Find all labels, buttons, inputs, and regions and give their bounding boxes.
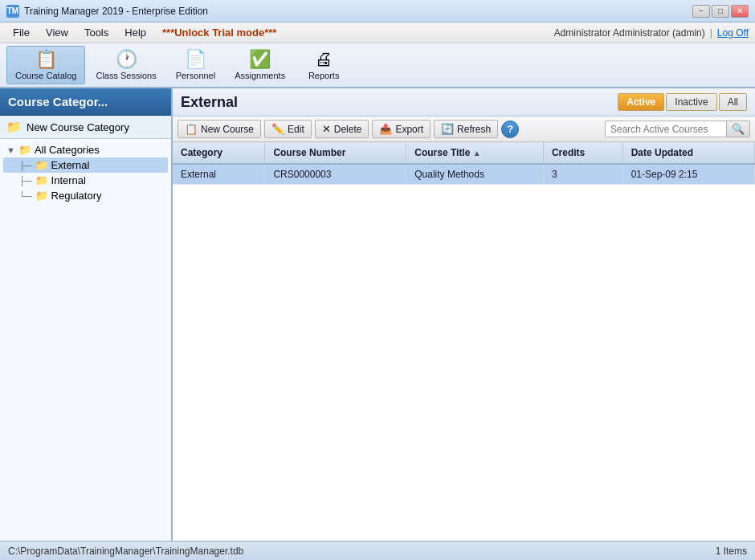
toolbar-reports[interactable]: 🖨 Reports <box>296 46 352 84</box>
tree-item-all-categories[interactable]: ▼ 📁 All Categories <box>3 142 168 157</box>
column-header-category[interactable]: Category <box>173 142 265 164</box>
menu-right: Administrator Administrator (admin) | Lo… <box>554 27 749 39</box>
minimize-button[interactable]: − <box>692 5 710 18</box>
delete-button[interactable]: ✕ Delete <box>315 120 369 138</box>
search-input[interactable] <box>606 122 726 137</box>
column-header-credits[interactable]: Credits <box>543 142 622 164</box>
delete-label: Delete <box>334 124 362 135</box>
cell-date-updated: 01-Sep-09 2:15 <box>622 164 754 185</box>
separator-pipe: | <box>710 27 712 39</box>
tree-line-external: ├─ <box>19 161 32 170</box>
refresh-button[interactable]: 🔄 Refresh <box>434 120 498 138</box>
edit-button[interactable]: ✏️ Edit <box>264 120 312 138</box>
tree-item-regulatory[interactable]: └─ 📁 Regulatory <box>3 188 168 203</box>
table-row[interactable]: External CRS0000003 Quality Methods 3 01… <box>173 164 755 185</box>
new-course-button[interactable]: 📋 New Course <box>178 120 261 138</box>
delete-icon: ✕ <box>322 123 331 135</box>
sort-arrow-icon: ▲ <box>473 149 481 157</box>
status-active-button[interactable]: Active <box>618 93 664 111</box>
action-bar: 📋 New Course ✏️ Edit ✕ Delete 📤 Export 🔄 <box>173 116 755 142</box>
new-course-category-label: New Course Category <box>27 121 129 133</box>
menu-file[interactable]: File <box>6 25 36 40</box>
status-inactive-button[interactable]: Inactive <box>666 93 716 111</box>
admin-text: Administrator Administrator (admin) <box>554 27 705 39</box>
course-table: Category Course Number Course Title ▲ Cr… <box>173 142 755 185</box>
refresh-icon: 🔄 <box>441 123 454 135</box>
toolbar: 📋 Course Catalog 🕐 Class Sessions 📄 Pers… <box>0 43 755 88</box>
menu-bar: File View Tools Help ***Unlock Trial mod… <box>0 22 755 43</box>
cell-category: External <box>173 164 265 185</box>
help-icon: ? <box>507 123 513 135</box>
new-course-label: New Course <box>201 124 254 135</box>
status-all-button[interactable]: All <box>719 93 747 111</box>
class-sessions-label: Class Sessions <box>96 71 156 80</box>
toolbar-assignments[interactable]: ✅ Assignments <box>226 46 294 84</box>
toolbar-course-catalog[interactable]: 📋 Course Catalog <box>6 46 85 84</box>
search-box-wrapper: 🔍 <box>605 121 750 137</box>
menu-view[interactable]: View <box>39 25 75 40</box>
right-panel: External Active Inactive All 📋 New Cours… <box>173 88 755 541</box>
tree-item-external[interactable]: ├─ 📁 External <box>3 157 168 173</box>
menu-tools[interactable]: Tools <box>78 25 115 40</box>
tree-area: ▼ 📁 All Categories ├─ 📁 External ├─ 📁 In… <box>0 139 171 541</box>
right-panel-title: External <box>181 94 238 111</box>
right-panel-header: External Active Inactive All <box>173 88 755 116</box>
maximize-button[interactable]: □ <box>712 5 729 18</box>
toolbar-class-sessions[interactable]: 🕐 Class Sessions <box>87 46 165 84</box>
table-header-row: Category Course Number Course Title ▲ Cr… <box>173 142 755 164</box>
tree-label-external: External <box>51 159 90 171</box>
column-header-date-updated[interactable]: Date Updated <box>622 142 754 164</box>
new-course-category-button[interactable]: 📁 New Course Category <box>0 116 171 139</box>
title-bar-left: TM Training Manager 2019 - Enterprise Ed… <box>6 5 208 18</box>
close-button[interactable]: ✕ <box>731 5 749 18</box>
tree-label-internal: Internal <box>51 174 86 186</box>
status-buttons: Active Inactive All <box>618 93 747 111</box>
folder-all-icon: 📁 <box>18 144 31 156</box>
edit-icon: ✏️ <box>271 123 284 135</box>
tree-expand-icon: ▼ <box>6 145 15 155</box>
reports-icon: 🖨 <box>315 51 333 68</box>
menu-left: File View Tools Help ***Unlock Trial mod… <box>6 25 283 40</box>
reports-label: Reports <box>308 71 340 80</box>
personnel-label: Personnel <box>176 71 216 80</box>
cell-course-title: Quality Methods <box>406 164 544 185</box>
status-item-count: 1 Items <box>716 546 747 557</box>
edit-label: Edit <box>288 124 304 135</box>
class-sessions-icon: 🕐 <box>116 51 137 68</box>
title-bar: TM Training Manager 2019 - Enterprise Ed… <box>0 0 755 22</box>
app-icon: TM <box>6 5 19 18</box>
export-icon: 📤 <box>379 123 392 135</box>
tree-label-all: All Categories <box>35 144 100 156</box>
search-icon-button[interactable]: 🔍 <box>726 121 749 137</box>
tree-line-regulatory: └─ <box>19 191 32 201</box>
main-content: Course Categor... 📁 New Course Category … <box>0 88 755 541</box>
export-label: Export <box>395 124 423 135</box>
cell-credits: 3 <box>543 164 622 185</box>
table-wrapper: Category Course Number Course Title ▲ Cr… <box>173 142 755 541</box>
menu-help[interactable]: Help <box>118 25 153 40</box>
column-header-course-number[interactable]: Course Number <box>265 142 406 164</box>
export-button[interactable]: 📤 Export <box>372 120 431 138</box>
help-button[interactable]: ? <box>501 121 519 138</box>
tree-line-internal: ├─ <box>19 176 32 186</box>
left-panel-header: Course Categor... <box>0 88 171 116</box>
column-header-course-title[interactable]: Course Title ▲ <box>406 142 544 164</box>
left-panel: Course Categor... 📁 New Course Category … <box>0 88 173 541</box>
status-bar: C:\ProgramData\TrainingManager\TrainingM… <box>0 541 755 560</box>
folder-regulatory-icon: 📁 <box>35 190 48 202</box>
menu-unlock-trial[interactable]: ***Unlock Trial mode*** <box>156 25 283 40</box>
assignments-label: Assignments <box>235 71 285 80</box>
title-text: Training Manager 2019 - Enterprise Editi… <box>24 6 208 17</box>
new-folder-icon: 📁 <box>6 120 22 134</box>
cell-course-number: CRS0000003 <box>265 164 406 185</box>
window-controls: − □ ✕ <box>692 5 749 18</box>
folder-external-icon: 📁 <box>35 159 48 171</box>
tree-label-regulatory: Regulatory <box>51 190 102 202</box>
toolbar-personnel[interactable]: 📄 Personnel <box>167 46 225 84</box>
course-catalog-label: Course Catalog <box>15 71 76 80</box>
refresh-label: Refresh <box>457 124 491 135</box>
personnel-icon: 📄 <box>185 51 206 68</box>
tree-item-internal[interactable]: ├─ 📁 Internal <box>3 173 168 188</box>
log-off-link[interactable]: Log Off <box>717 27 749 39</box>
status-path: C:\ProgramData\TrainingManager\TrainingM… <box>8 546 243 557</box>
